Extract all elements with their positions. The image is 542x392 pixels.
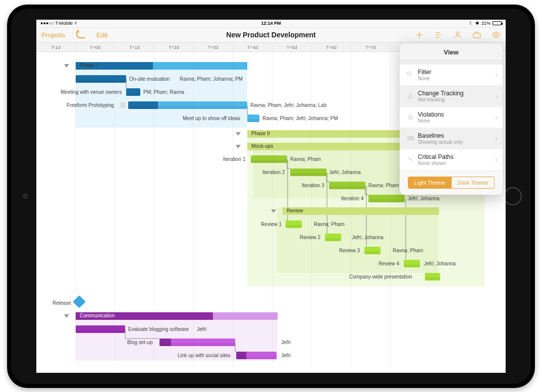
time-column: T+0d (76, 43, 115, 51)
communication-disclosure[interactable] (64, 314, 69, 318)
review3-resources: Ravna; Pham (393, 248, 423, 253)
freeform-bar[interactable] (128, 101, 247, 109)
linkup-resources: Jefri (281, 353, 291, 358)
phase1-disclosure[interactable] (64, 64, 69, 68)
meeting-resources: PM; Pham; Ravna (143, 89, 184, 95)
onsite-evaluation-resources: Ravna; Pham; Johanna; PM (180, 76, 243, 82)
review2-label: Review 2 (300, 235, 320, 240)
status-time: 12:14 PM (261, 21, 281, 26)
iteration4-bar[interactable] (368, 195, 405, 202)
time-column: T+3d (194, 43, 233, 51)
tasks-icon[interactable] (434, 30, 443, 39)
view-option-critical-paths[interactable]: Critical PathsNone shown› (400, 149, 503, 171)
onsite-evaluation-label: On-site evaluation (129, 76, 170, 82)
evaluate-blogging-resources: Jefri (197, 326, 206, 332)
edit-button[interactable]: Edit (96, 31, 107, 39)
review4-resources: Jefri; Johanna (424, 261, 456, 266)
time-column: T+4d (233, 43, 273, 51)
view-option-change-tracking[interactable]: Change TrackingNot tracking› (400, 86, 503, 107)
review4-bar[interactable] (404, 260, 420, 267)
iteration1-bar[interactable] (251, 155, 287, 163)
status-moon-icon: ☾ (469, 21, 473, 26)
blog-setup-bar[interactable] (159, 339, 235, 346)
blog-setup-resources: Jefri (281, 340, 291, 345)
app-screen: ●●●○○ T-Mobile ᯤ 12:14 PM ☾ ✱ 21% Projec… (36, 20, 506, 373)
chevron-right-icon: › (495, 71, 498, 79)
communication-group-bar[interactable]: Communication (76, 312, 278, 320)
meeting-bar[interactable] (126, 88, 140, 96)
time-column: T+2d (154, 43, 194, 51)
briefcase-icon[interactable] (472, 30, 481, 39)
eye-icon[interactable] (492, 30, 501, 39)
projects-button[interactable]: Projects (41, 31, 65, 39)
review1-resources: Ravna; Pham (314, 221, 345, 227)
svg-point-2 (495, 34, 498, 36)
add-icon[interactable] (415, 30, 424, 39)
meetup-bar[interactable] (247, 115, 259, 122)
mockups-group-bar[interactable]: Mock-ups (247, 143, 415, 150)
status-carrier: ●●●○○ T-Mobile ᯤ (40, 21, 79, 26)
svg-point-5 (410, 117, 411, 118)
freeform-resources: Ravna; Pham; Jefri; Johanna; Lab (250, 102, 327, 108)
svg-rect-7 (407, 139, 413, 140)
time-column: T+6d (312, 43, 351, 51)
iteration4-resources: Jefri; Johanna (408, 196, 440, 201)
ipad-home-button[interactable] (504, 187, 522, 205)
time-column: T-1d (36, 43, 76, 51)
view-option-baselines[interactable]: BaselinesShowing actual only› (400, 128, 503, 149)
review2-bar[interactable] (325, 234, 341, 241)
document-title: New Product Development (226, 31, 315, 39)
time-column: T+5d (273, 43, 312, 51)
chevron-right-icon: › (495, 92, 498, 100)
iteration1-label: Iteration 1 (223, 156, 245, 162)
ipad-frame: ●●●○○ T-Mobile ᯤ 12:14 PM ☾ ✱ 21% Projec… (7, 5, 535, 388)
svg-rect-1 (473, 33, 480, 38)
review2-resources: Jefri; Johanna (352, 235, 384, 240)
iteration3-bar[interactable] (329, 182, 365, 189)
mockups-disclosure[interactable] (236, 145, 241, 148)
time-column: T+7d (351, 43, 391, 51)
svg-point-3 (407, 72, 410, 75)
person-icon[interactable] (453, 30, 462, 39)
linkup-bar[interactable] (236, 352, 277, 359)
battery-icon (493, 21, 502, 25)
freeform-label: Freeform Prototyping (67, 102, 114, 108)
note-icon[interactable] (120, 102, 126, 108)
release-label: Release (52, 300, 71, 306)
status-bar: ●●●○○ T-Mobile ᯤ 12:14 PM ☾ ✱ 21% (36, 20, 506, 28)
iteration1-resources: Ravna; Pham (290, 156, 321, 162)
chevron-right-icon: › (495, 134, 498, 142)
iteration2-resources: Jefri; Johanna (329, 170, 361, 175)
stack-icon (405, 135, 416, 142)
time-column: T+1d (115, 43, 154, 51)
search-icon (405, 71, 416, 79)
triangle-icon (405, 92, 416, 100)
company-presentation-bar[interactable] (425, 273, 440, 281)
light-theme-button[interactable]: Light Theme (408, 177, 452, 189)
onsite-evaluation-bar[interactable] (76, 75, 126, 83)
chevron-right-icon: › (495, 113, 498, 121)
view-option-violations[interactable]: ViolationsNone› (400, 107, 503, 128)
circle-icon (405, 114, 416, 121)
iteration3-label: Iteration 3 (302, 183, 324, 188)
phase2-disclosure[interactable] (236, 132, 241, 136)
iteration2-bar[interactable] (290, 169, 327, 176)
dark-theme-button[interactable]: Dark Theme (452, 177, 495, 189)
status-battery-pct: 21% (481, 21, 491, 26)
undo-icon[interactable] (76, 31, 85, 38)
view-popover: View FilterNone›Change TrackingNot track… (400, 43, 503, 195)
blog-setup-label: Blog set-up (127, 340, 153, 345)
review3-bar[interactable] (364, 247, 381, 254)
theme-segmented-control[interactable]: Light Theme Dark Theme (400, 171, 503, 195)
evaluate-blogging-bar[interactable] (76, 325, 125, 333)
review1-label: Review 1 (261, 221, 282, 227)
view-option-filter[interactable]: FilterNone› (400, 65, 503, 86)
svg-rect-6 (407, 136, 413, 138)
iteration4-label: Iteration 4 (341, 196, 363, 201)
phase1-group-bar[interactable]: Phase I (76, 62, 247, 70)
review1-bar[interactable] (286, 220, 302, 228)
meeting-label: Meeting with venue owners (61, 89, 122, 95)
iteration3-resources: Ravna; Pham (368, 183, 399, 188)
review-disclosure[interactable] (271, 209, 276, 213)
review-group-bar[interactable]: Review (283, 207, 439, 215)
